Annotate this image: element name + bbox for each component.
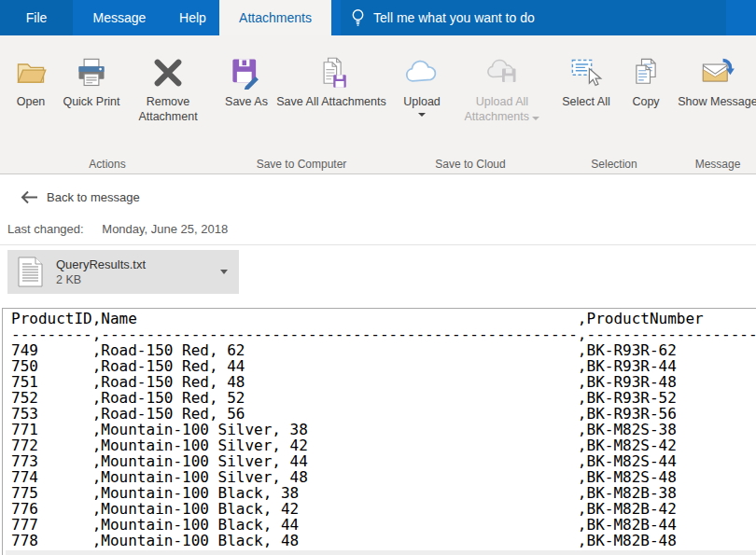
select-all-label: Select All bbox=[562, 94, 609, 109]
outlook-attachments-window: File Message Help Attachments Tell me wh… bbox=[0, 0, 756, 555]
ribbon: Open Quick Print bbox=[0, 35, 756, 174]
upload-all-icon bbox=[484, 54, 520, 91]
ribbon-group-message: Show Message Message bbox=[676, 35, 756, 173]
quick-print-label: Quick Print bbox=[63, 94, 119, 109]
horizontal-scrollbar[interactable] bbox=[6, 550, 756, 555]
tell-me-label: Tell me what you want to do bbox=[373, 10, 535, 25]
group-label-selection: Selection bbox=[553, 155, 676, 173]
ribbon-group-selection: Select All Copy bbox=[553, 35, 676, 173]
lightbulb-icon bbox=[350, 8, 366, 27]
save-as-label: Save As bbox=[225, 94, 268, 109]
back-to-message-link[interactable]: Back to message bbox=[21, 190, 140, 204]
select-all-icon bbox=[569, 54, 603, 91]
ribbon-group-actions: Open Quick Print bbox=[0, 35, 215, 173]
attachment-filename: QueryResults.txt bbox=[56, 257, 146, 272]
upload-dropdown-caret bbox=[418, 113, 426, 117]
text-file-icon bbox=[18, 257, 43, 287]
save-all-attachments-label: Save All Attachments bbox=[276, 94, 385, 109]
group-label-actions: Actions bbox=[0, 155, 215, 173]
group-label-save-to-computer: Save to Computer bbox=[215, 155, 388, 173]
save-all-attachments-button[interactable]: Save All Attachments bbox=[276, 35, 386, 155]
back-to-message-label: Back to message bbox=[47, 190, 140, 204]
upload-all-dropdown-caret bbox=[532, 117, 539, 120]
remove-attachment-label: Remove Attachment bbox=[123, 94, 213, 124]
separator-line bbox=[0, 244, 756, 245]
last-changed-label: Last changed: bbox=[7, 222, 84, 236]
upload-cloud-icon bbox=[404, 54, 440, 91]
tab-message[interactable]: Message bbox=[73, 0, 166, 35]
open-folder-icon bbox=[14, 54, 48, 91]
save-as-icon bbox=[230, 54, 263, 91]
group-label-message: Message bbox=[676, 155, 756, 173]
attachment-size: 2 KB bbox=[56, 272, 146, 287]
ribbon-group-save-to-computer: Save As bbox=[215, 35, 388, 173]
open-label: Open bbox=[17, 94, 46, 109]
tell-me-search[interactable]: Tell me what you want to do bbox=[341, 0, 726, 35]
show-message-button[interactable]: Show Message bbox=[678, 35, 756, 155]
tab-help[interactable]: Help bbox=[166, 0, 219, 35]
attachment-dropdown-caret[interactable] bbox=[220, 270, 228, 274]
show-message-icon bbox=[700, 54, 735, 91]
tab-file[interactable]: File bbox=[0, 0, 73, 35]
save-as-button[interactable]: Save As bbox=[217, 35, 276, 155]
copy-icon bbox=[629, 54, 663, 91]
file-preview-text: ProductID,Name ,ProductNumber ---------,… bbox=[3, 309, 756, 548]
last-changed-value: Monday, June 25, 2018 bbox=[102, 222, 228, 236]
group-label-save-to-cloud: Save to Cloud bbox=[388, 155, 553, 173]
remove-attachment-button[interactable]: Remove Attachment bbox=[123, 35, 213, 155]
remove-x-icon bbox=[151, 54, 185, 91]
ribbon-group-save-to-cloud: Upload Upload All Attachments bbox=[388, 35, 553, 173]
upload-all-attachments-button[interactable]: Upload All Attachments bbox=[454, 35, 551, 155]
attachment-chip[interactable]: QueryResults.txt 2 KB bbox=[7, 250, 239, 294]
open-button[interactable]: Open bbox=[2, 35, 60, 155]
last-changed-row: Last changed: Monday, June 25, 2018 bbox=[7, 222, 228, 236]
attachment-chip-text: QueryResults.txt 2 KB bbox=[56, 257, 146, 287]
ribbon-tab-bar: File Message Help Attachments Tell me wh… bbox=[0, 0, 756, 35]
copy-label: Copy bbox=[632, 94, 659, 109]
back-arrow-icon bbox=[21, 190, 38, 204]
quick-print-button[interactable]: Quick Print bbox=[60, 35, 123, 155]
upload-all-attachments-label: Upload All Attachments bbox=[454, 94, 551, 124]
upload-label: Upload bbox=[403, 94, 441, 109]
copy-button[interactable]: Copy bbox=[618, 35, 674, 155]
attachment-preview-pane: ProductID,Name ,ProductNumber ---------,… bbox=[2, 308, 756, 555]
select-all-button[interactable]: Select All bbox=[554, 35, 618, 155]
tab-attachments-active[interactable]: Attachments bbox=[219, 0, 331, 35]
show-message-label: Show Message bbox=[678, 94, 756, 109]
upload-button[interactable]: Upload bbox=[390, 35, 454, 155]
printer-icon bbox=[75, 54, 108, 91]
save-all-icon bbox=[315, 54, 348, 91]
